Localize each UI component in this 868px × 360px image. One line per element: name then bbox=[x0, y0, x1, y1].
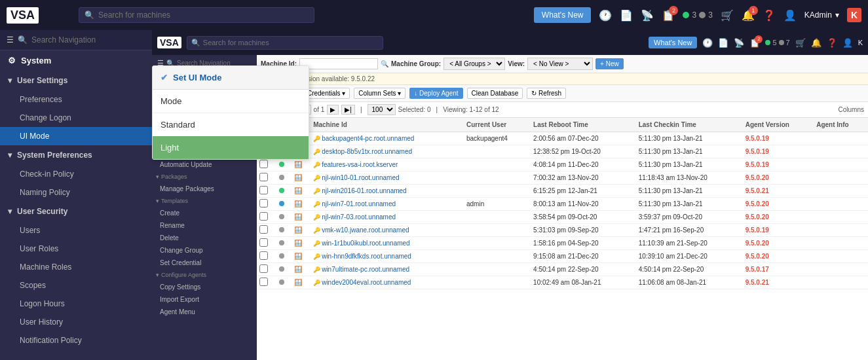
mini-bell-icon[interactable]: 🔔 bbox=[811, 38, 821, 48]
row-checkbox-input[interactable] bbox=[259, 238, 268, 247]
k-button[interactable]: K bbox=[847, 8, 861, 22]
row-agent-version[interactable]: 9.5.0.19 bbox=[743, 158, 814, 171]
row-machine-id[interactable]: 🔑windev2004eval.root.unnamed bbox=[311, 276, 464, 289]
mini-sidebar-copy-settings[interactable]: Copy Settings bbox=[152, 281, 257, 293]
document-icon[interactable]: 📄 bbox=[620, 9, 633, 22]
mini-sidebar-create[interactable]: Create bbox=[152, 207, 257, 219]
per-page-select[interactable]: 100 bbox=[368, 104, 396, 115]
row-checkbox-input[interactable] bbox=[259, 160, 268, 168]
row-checkbox-input[interactable] bbox=[259, 278, 268, 286]
sidebar-item-notification-policy[interactable]: Notification Policy bbox=[0, 331, 152, 350]
col-last-checkin-header[interactable]: Last Checkin Time bbox=[636, 118, 743, 132]
mini-sidebar-change-group[interactable]: Change Group bbox=[152, 244, 257, 257]
row-agent-version[interactable]: 9.5.0.20 bbox=[743, 250, 814, 263]
columns-label[interactable]: Columns bbox=[839, 106, 864, 113]
row-checkbox[interactable] bbox=[257, 237, 276, 250]
cart-icon[interactable]: 🛒 bbox=[721, 9, 734, 22]
mini-user-icon[interactable]: 👤 bbox=[842, 38, 853, 48]
mini-search[interactable]: 🔍 bbox=[187, 36, 383, 50]
mini-sidebar-import-export[interactable]: Import Export bbox=[152, 293, 257, 306]
row-machine-id[interactable]: 🔑backupagent4-pc.root.unnamed bbox=[311, 132, 464, 145]
row-machine-id[interactable]: 🔑win-hnn9dfkfkds.root.unnamed bbox=[311, 250, 464, 263]
row-checkbox[interactable] bbox=[257, 276, 276, 289]
row-checkbox-input[interactable] bbox=[259, 212, 268, 221]
deploy-agent-button[interactable]: ↓ Deploy Agent bbox=[409, 88, 462, 99]
whats-new-button[interactable]: What's New bbox=[534, 7, 592, 23]
sidebar-item-machine-roles[interactable]: Machine Roles bbox=[0, 258, 152, 276]
column-sets-button[interactable]: Column Sets ▾ bbox=[354, 88, 406, 99]
mini-broadcast-icon[interactable]: 📡 bbox=[734, 38, 744, 48]
help-icon[interactable]: ❓ bbox=[763, 9, 776, 22]
row-machine-id[interactable]: 🔑njl-win10-01.root.unnamed bbox=[311, 171, 464, 185]
row-checkbox-input[interactable] bbox=[259, 199, 268, 207]
row-checkbox[interactable] bbox=[257, 158, 276, 171]
mini-help-icon[interactable]: ❓ bbox=[827, 38, 837, 48]
system-prefs-header[interactable]: ▾ System Preferences bbox=[0, 145, 152, 165]
sidebar-item-logon-hours[interactable]: Logon Hours bbox=[0, 295, 152, 313]
mini-sidebar-manage-packages[interactable]: Manage Packages bbox=[152, 183, 257, 195]
user-settings-header[interactable]: ▾ User Settings bbox=[0, 71, 152, 90]
row-agent-version[interactable]: 9.5.0.21 bbox=[743, 185, 814, 198]
row-agent-version[interactable]: 9.5.0.19 bbox=[743, 132, 814, 145]
col-last-reboot-header[interactable]: Last Reboot Time bbox=[531, 118, 636, 132]
user-icon[interactable]: 👤 bbox=[783, 9, 797, 22]
search-input[interactable] bbox=[98, 10, 309, 20]
row-agent-version[interactable]: 9.5.0.19 bbox=[743, 145, 814, 158]
system-header[interactable]: ⚙ System bbox=[0, 50, 152, 71]
mini-list-icon[interactable]: 📋2 bbox=[749, 38, 760, 48]
row-checkbox[interactable] bbox=[257, 263, 276, 276]
clean-database-button[interactable]: Clean Database bbox=[467, 88, 523, 99]
list-icon[interactable]: 📋2 bbox=[662, 9, 675, 22]
mini-sidebar-delete[interactable]: Delete bbox=[152, 232, 257, 244]
row-machine-id[interactable]: 🔑win-1r1bu0ikubl.root.unnamed bbox=[311, 237, 464, 250]
dropdown-option-mode[interactable]: Mode bbox=[153, 90, 309, 113]
row-agent-version[interactable]: 9.5.0.20 bbox=[743, 198, 814, 211]
row-checkbox[interactable] bbox=[257, 224, 276, 237]
mini-cart-icon[interactable]: 🛒 bbox=[795, 38, 806, 48]
col-machine-id-header[interactable]: Machine Id bbox=[311, 118, 464, 132]
col-current-user-header[interactable]: Current User bbox=[464, 118, 531, 132]
nav-search-input[interactable] bbox=[31, 35, 145, 45]
last-page-button[interactable]: ▶| bbox=[341, 105, 355, 115]
new-button[interactable]: + New bbox=[595, 58, 624, 69]
row-machine-id[interactable]: 🔑njl-win2016-01.root.unnamed bbox=[311, 185, 464, 198]
row-checkbox[interactable] bbox=[257, 171, 276, 185]
mini-sidebar-auto-update[interactable]: Automatic Update bbox=[152, 158, 257, 171]
mini-sidebar-set-credential[interactable]: Set Credential bbox=[152, 257, 257, 269]
search-bar[interactable]: 🔍 bbox=[79, 7, 314, 23]
row-machine-id[interactable]: 🔑vmk-w10.jwane.root.unnamed bbox=[311, 224, 464, 237]
clock-icon[interactable]: 🕐 bbox=[599, 9, 612, 22]
sidebar-item-scopes[interactable]: Scopes bbox=[0, 276, 152, 295]
sidebar-item-preferences[interactable]: Preferences bbox=[0, 90, 152, 109]
set-ui-button[interactable]: Set UI Mode bbox=[173, 73, 221, 82]
row-agent-version[interactable]: 9.5.0.21 bbox=[743, 276, 814, 289]
col-agent-info-header[interactable]: Agent Info bbox=[814, 118, 868, 132]
user-area[interactable]: KAdmin ▾ bbox=[804, 10, 839, 20]
mini-doc-icon[interactable]: 📄 bbox=[718, 38, 728, 48]
machine-group-select[interactable]: < All Groups > bbox=[443, 58, 505, 70]
sidebar-item-user-roles[interactable]: User Roles bbox=[0, 240, 152, 258]
row-machine-id[interactable]: 🔑njl-win7-01.root.unnamed bbox=[311, 198, 464, 211]
row-agent-version[interactable]: 9.5.0.20 bbox=[743, 171, 814, 185]
row-checkbox-input[interactable] bbox=[259, 264, 268, 273]
row-machine-id[interactable]: 🔑features-vsa-i.root.kserver bbox=[311, 158, 464, 171]
row-checkbox[interactable] bbox=[257, 211, 276, 224]
dropdown-option-standard[interactable]: Standard bbox=[153, 113, 309, 136]
sidebar-item-ui-mode[interactable]: UI Mode bbox=[0, 127, 152, 145]
mini-sidebar-agent-menu[interactable]: Agent Menu bbox=[152, 306, 257, 318]
row-checkbox[interactable] bbox=[257, 250, 276, 263]
row-agent-version[interactable]: 9.5.0.17 bbox=[743, 263, 814, 276]
sidebar-item-naming-policy[interactable]: Naming Policy bbox=[0, 183, 152, 202]
credentials-button[interactable]: Credentials ▾ bbox=[303, 88, 350, 99]
row-agent-version[interactable]: 9.5.0.20 bbox=[743, 237, 814, 250]
next-page-button[interactable]: ▶ bbox=[327, 105, 339, 115]
broadcast-icon[interactable]: 📡 bbox=[641, 9, 654, 22]
row-machine-id[interactable]: 🔑desktop-8b5v1tx.root.unnamed bbox=[311, 145, 464, 158]
row-machine-id[interactable]: 🔑win7ultimate-pc.root.unnamed bbox=[311, 263, 464, 276]
sidebar-item-users[interactable]: Users bbox=[0, 221, 152, 240]
machine-id-input[interactable] bbox=[299, 58, 378, 69]
machine-id-search-icon[interactable]: 🔍 bbox=[381, 60, 388, 67]
sidebar-search[interactable]: ☰ 🔍 bbox=[0, 30, 152, 50]
hamburger-icon[interactable]: ☰ bbox=[7, 35, 14, 45]
row-agent-version[interactable]: 9.5.0.19 bbox=[743, 224, 814, 237]
